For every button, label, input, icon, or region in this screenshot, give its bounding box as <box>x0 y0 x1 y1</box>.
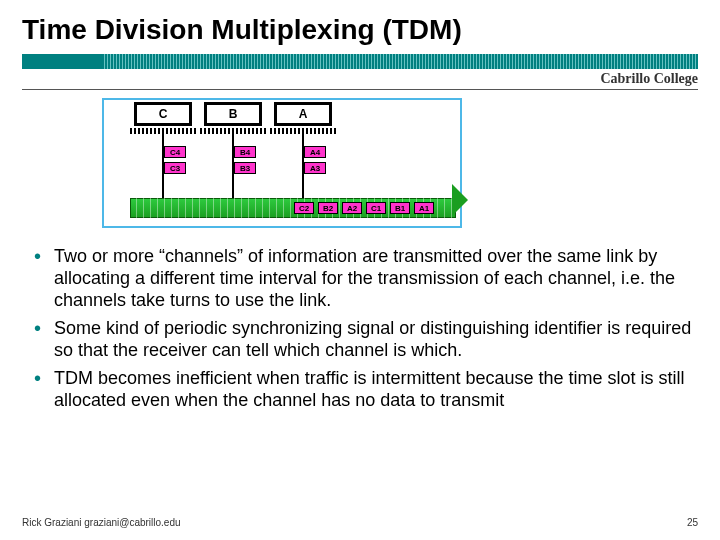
slot-a2: A2 <box>342 202 362 214</box>
slot-a1: A1 <box>414 202 434 214</box>
packet-a4: A4 <box>304 146 326 158</box>
packet-c3: C3 <box>164 162 186 174</box>
bullet-item: TDM becomes inefficient when traffic is … <box>26 368 692 412</box>
packet-b4: B4 <box>234 146 256 158</box>
packet-b3: B3 <box>234 162 256 174</box>
arrow-head-icon <box>452 184 468 216</box>
source-b: B <box>204 102 262 126</box>
slot-c1: C1 <box>366 202 386 214</box>
source-a: A <box>274 102 332 126</box>
page-title: Time Division Multiplexing (TDM) <box>22 14 698 46</box>
accent-bar <box>22 54 698 69</box>
slot-b1: B1 <box>390 202 410 214</box>
slide: Time Division Multiplexing (TDM) Cabrill… <box>0 0 720 540</box>
tdm-diagram: C B A C4 C3 B4 B3 A4 A3 C2 B2 A2 C1 B1 A… <box>102 98 462 228</box>
college-name: Cabrillo College <box>600 71 698 87</box>
packet-c4: C4 <box>164 146 186 158</box>
source-c: C <box>134 102 192 126</box>
slot-c2: C2 <box>294 202 314 214</box>
divider <box>22 89 698 90</box>
college-row: Cabrillo College <box>22 71 698 87</box>
bullet-item: Two or more “channels” of information ar… <box>26 246 692 312</box>
diagram-wrap: C B A C4 C3 B4 B3 A4 A3 C2 B2 A2 C1 B1 A… <box>22 98 698 228</box>
footer: Rick Graziani graziani@cabrillo.edu 25 <box>22 517 698 528</box>
footer-author: Rick Graziani graziani@cabrillo.edu <box>22 517 181 528</box>
packet-a3: A3 <box>304 162 326 174</box>
bullet-item: Some kind of periodic synchronizing sign… <box>26 318 692 362</box>
bullet-list: Two or more “channels” of information ar… <box>26 246 698 412</box>
page-number: 25 <box>687 517 698 528</box>
slot-b2: B2 <box>318 202 338 214</box>
